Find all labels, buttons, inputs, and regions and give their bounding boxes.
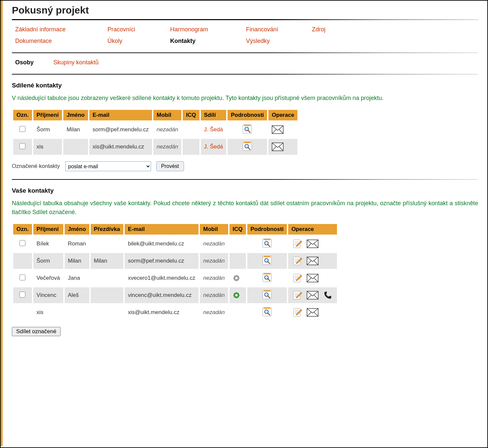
col-header: E-mail	[125, 224, 198, 235]
cell-email: sorm@pef.mendelu.cz	[89, 122, 152, 138]
table-row: ŠormMilansorm@pef.mendelu.cznezadánJ. Še…	[13, 122, 297, 138]
cell-email: xis@uikt.mendelu.cz	[125, 304, 198, 320]
cell-icq	[183, 139, 199, 155]
mail-icon[interactable]	[307, 273, 319, 283]
row-checkbox[interactable]	[19, 274, 25, 280]
cell-jmeno: Aleš	[65, 287, 89, 303]
cell-prijmeni: Šorm	[33, 122, 62, 138]
nav-kontakty: Kontakty	[170, 38, 246, 45]
col-header: Přezdívka	[91, 224, 123, 235]
col-header: Podrobnosti	[228, 110, 267, 120]
col-header: Operace	[288, 224, 337, 235]
cell-jmeno: Roman	[65, 236, 89, 252]
row-checkbox[interactable]	[19, 240, 25, 246]
cell-icq	[183, 122, 199, 138]
cell-prijmeni: Šorm	[33, 253, 63, 269]
col-header: ICQ	[229, 224, 246, 235]
cell-mobil: nezadán	[153, 122, 181, 138]
share-selected-button[interactable]: Sdílet označené	[12, 327, 61, 336]
mail-icon[interactable]	[307, 256, 319, 266]
execute-button[interactable]: Provést	[156, 161, 184, 171]
row-checkbox[interactable]	[19, 143, 25, 149]
bulk-action-row: Označené kontakty poslat e-mail Provést	[12, 161, 478, 171]
edit-icon[interactable]	[291, 290, 303, 301]
phone-icon[interactable]	[322, 290, 334, 301]
edit-icon[interactable]	[291, 307, 303, 318]
cell-prezdivka	[91, 287, 123, 303]
edit-icon[interactable]	[291, 273, 303, 283]
nav-harmonogram[interactable]: Harmonogram	[170, 26, 246, 33]
col-header: Sdílí	[201, 110, 227, 120]
table-row: VincencAlešvincenc@uikt.mendelu.cznezadá…	[13, 287, 337, 303]
magnify-icon[interactable]	[261, 289, 273, 300]
col-header: Jméno	[65, 224, 89, 235]
edit-icon[interactable]	[291, 239, 303, 249]
col-header: Mobil	[200, 224, 228, 235]
cell-prijmeni: xis	[33, 304, 63, 320]
cell-prezdivka	[91, 270, 123, 286]
edit-icon[interactable]	[291, 256, 303, 266]
cell-mobil: nezadán	[200, 287, 228, 303]
cell-sdili: J. Šedá	[201, 122, 227, 138]
cell-mobil: nezadán	[153, 139, 181, 155]
nav-výsledky[interactable]: Výsledky	[246, 38, 312, 45]
cell-email: vincenc@uikt.mendelu.cz	[125, 287, 198, 303]
own-desc: Následující tabulka obsahuje všechny vaš…	[12, 199, 478, 217]
cell-icq	[229, 287, 246, 303]
own-contacts-table: Ozn.PříjmeníJménoPřezdívkaE-mailMobilICQ…	[12, 223, 338, 322]
nav-pracovníci[interactable]: Pracovníci	[107, 26, 170, 33]
mail-icon[interactable]	[307, 290, 319, 301]
subnav-skupiny[interactable]: Skupiny kontaktů	[53, 59, 99, 66]
cell-prijmeni: xis	[33, 139, 62, 155]
shared-contacts-table: Ozn.PříjmeníJménoE-mailMobilICQSdílíPodr…	[12, 109, 299, 156]
shared-heading: Sdílené kontakty	[12, 82, 478, 89]
col-header: Operace	[268, 110, 297, 120]
cell-icq	[229, 304, 246, 320]
nav-financování[interactable]: Financování	[246, 26, 312, 33]
table-row: BílekRomanbilek@uikt.mendelu.cznezadán	[13, 236, 337, 252]
magnify-icon[interactable]	[261, 272, 273, 283]
table-row: VečeřováJanaxvecero1@uikt.mendelu.czneza…	[13, 270, 337, 286]
page-title: Pokusný projekt	[12, 5, 478, 16]
cell-mobil: nezadán	[200, 304, 228, 320]
divider	[12, 179, 478, 180]
mail-icon[interactable]	[307, 307, 319, 318]
cell-email: bilek@uikt.mendelu.cz	[125, 236, 198, 252]
table-row: ŠormMilanMilansorm@pef.mendelu.cznezadán	[13, 253, 337, 269]
magnify-icon[interactable]	[261, 306, 273, 317]
mail-icon[interactable]	[272, 142, 284, 152]
nav-dokumentace[interactable]: Dokumentace	[15, 38, 107, 45]
nav-základní-informace[interactable]: Základní informace	[15, 26, 107, 33]
cell-jmeno: Jana	[65, 270, 89, 286]
nav-zdroj[interactable]: Zdroj	[312, 26, 365, 33]
cell-prezdivka	[91, 236, 123, 252]
subnav-osoby[interactable]: Osoby	[15, 59, 34, 66]
magnify-icon[interactable]	[241, 124, 253, 134]
cell-jmeno	[63, 139, 88, 155]
mail-icon[interactable]	[307, 239, 319, 249]
table-row: xisxis@uikt.mendelu.cznezadán	[13, 304, 337, 320]
cell-icq	[229, 270, 246, 286]
icq-status-icon	[233, 274, 243, 282]
magnify-icon[interactable]	[241, 141, 253, 151]
cell-prijmeni: Vincenc	[33, 287, 63, 303]
bulk-action-select[interactable]: poslat e-mail	[65, 161, 151, 171]
row-checkbox[interactable]	[19, 126, 25, 132]
main-nav: Základní informacePracovníciHarmonogramF…	[12, 26, 478, 45]
nav-úkoly[interactable]: Úkoly	[107, 38, 170, 45]
magnify-icon[interactable]	[261, 238, 273, 248]
mail-icon[interactable]	[272, 124, 284, 135]
shared-desc: V následující tabulce jsou zobrazeny veš…	[12, 94, 478, 103]
cell-prezdivka	[91, 304, 123, 320]
col-header: Příjmení	[33, 110, 62, 120]
cell-jmeno: Milan	[65, 253, 89, 269]
row-checkbox[interactable]	[19, 292, 25, 298]
col-header: E-mail	[89, 110, 152, 120]
cell-prezdivka: Milan	[91, 253, 123, 269]
magnify-icon[interactable]	[261, 255, 273, 266]
col-header: Jméno	[63, 110, 88, 120]
cell-prijmeni: Bílek	[33, 236, 63, 252]
col-header: Ozn.	[13, 224, 32, 235]
cell-email: sorm@pef.mendelu.cz	[125, 253, 198, 269]
cell-prijmeni: Večeřová	[33, 270, 63, 286]
